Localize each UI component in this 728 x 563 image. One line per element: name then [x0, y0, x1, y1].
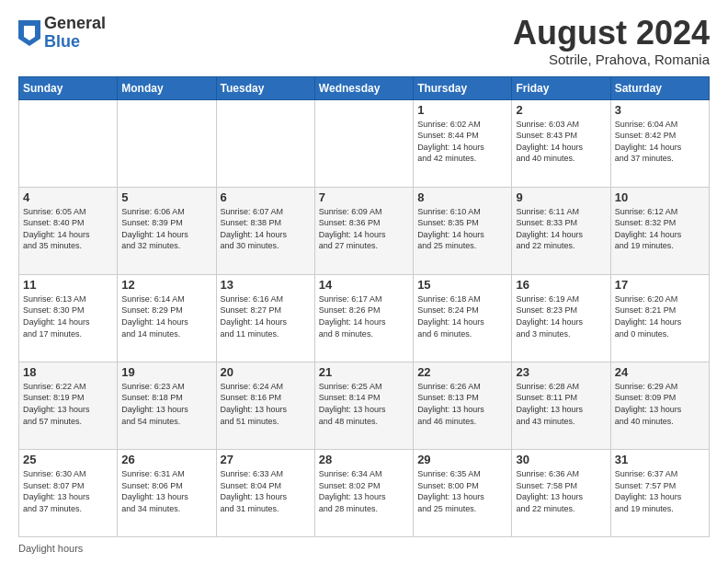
- calendar-cell: [314, 99, 413, 187]
- day-info: Sunrise: 6:18 AM Sunset: 8:24 PM Dayligh…: [417, 293, 507, 339]
- day-info: Sunrise: 6:10 AM Sunset: 8:35 PM Dayligh…: [417, 206, 507, 252]
- calendar-cell: 10Sunrise: 6:12 AM Sunset: 8:32 PM Dayli…: [610, 187, 709, 274]
- day-number: 28: [319, 453, 409, 466]
- weekday-wednesday: Wednesday: [314, 76, 413, 99]
- calendar-cell: 3Sunrise: 6:04 AM Sunset: 8:42 PM Daylig…: [610, 99, 709, 187]
- day-number: 22: [417, 365, 507, 379]
- weekday-thursday: Thursday: [414, 76, 512, 99]
- day-info: Sunrise: 6:28 AM Sunset: 8:11 PM Dayligh…: [516, 381, 606, 427]
- logo-blue: Blue: [44, 33, 106, 52]
- day-info: Sunrise: 6:09 AM Sunset: 8:36 PM Dayligh…: [319, 206, 409, 252]
- calendar-cell: 4Sunrise: 6:05 AM Sunset: 8:40 PM Daylig…: [19, 187, 118, 274]
- day-info: Sunrise: 6:13 AM Sunset: 8:30 PM Dayligh…: [23, 293, 113, 339]
- day-number: 6: [221, 190, 311, 204]
- day-number: 11: [23, 278, 113, 292]
- calendar: SundayMondayTuesdayWednesdayThursdayFrid…: [18, 76, 710, 537]
- day-number: 23: [516, 365, 606, 379]
- day-info: Sunrise: 6:36 AM Sunset: 7:58 PM Dayligh…: [516, 468, 606, 514]
- calendar-cell: 23Sunrise: 6:28 AM Sunset: 8:11 PM Dayli…: [512, 362, 610, 449]
- day-info: Sunrise: 6:03 AM Sunset: 8:43 PM Dayligh…: [516, 119, 606, 165]
- calendar-cell: [19, 99, 118, 187]
- day-info: Sunrise: 6:26 AM Sunset: 8:13 PM Dayligh…: [417, 381, 507, 427]
- day-number: 3: [615, 103, 705, 117]
- day-number: 31: [615, 453, 705, 466]
- calendar-cell: 17Sunrise: 6:20 AM Sunset: 8:21 PM Dayli…: [610, 274, 709, 362]
- day-number: 9: [516, 190, 606, 204]
- day-info: Sunrise: 6:25 AM Sunset: 8:14 PM Dayligh…: [319, 381, 409, 427]
- day-info: Sunrise: 6:14 AM Sunset: 8:29 PM Dayligh…: [121, 293, 211, 339]
- day-number: 19: [121, 365, 211, 379]
- day-number: 8: [417, 190, 507, 204]
- day-info: Sunrise: 6:30 AM Sunset: 8:07 PM Dayligh…: [23, 468, 113, 514]
- calendar-cell: 30Sunrise: 6:36 AM Sunset: 7:58 PM Dayli…: [512, 449, 610, 536]
- week-row-1: 1Sunrise: 6:02 AM Sunset: 8:44 PM Daylig…: [19, 99, 710, 187]
- weekday-monday: Monday: [118, 76, 216, 99]
- day-number: 21: [319, 365, 409, 379]
- calendar-cell: 15Sunrise: 6:18 AM Sunset: 8:24 PM Dayli…: [414, 274, 512, 362]
- calendar-cell: 11Sunrise: 6:13 AM Sunset: 8:30 PM Dayli…: [19, 274, 118, 362]
- footer: Daylight hours: [18, 543, 710, 554]
- day-info: Sunrise: 6:22 AM Sunset: 8:19 PM Dayligh…: [23, 381, 113, 427]
- calendar-cell: 22Sunrise: 6:26 AM Sunset: 8:13 PM Dayli…: [414, 362, 512, 449]
- calendar-cell: 19Sunrise: 6:23 AM Sunset: 8:18 PM Dayli…: [118, 362, 216, 449]
- calendar-cell: 20Sunrise: 6:24 AM Sunset: 8:16 PM Dayli…: [216, 362, 314, 449]
- logo-icon: [18, 20, 40, 46]
- day-number: 29: [417, 453, 507, 466]
- calendar-cell: 21Sunrise: 6:25 AM Sunset: 8:14 PM Dayli…: [314, 362, 413, 449]
- day-info: Sunrise: 6:23 AM Sunset: 8:18 PM Dayligh…: [121, 381, 211, 427]
- day-info: Sunrise: 6:19 AM Sunset: 8:23 PM Dayligh…: [516, 293, 606, 339]
- calendar-cell: 12Sunrise: 6:14 AM Sunset: 8:29 PM Dayli…: [118, 274, 216, 362]
- daylight-label: Daylight hours: [18, 543, 83, 554]
- logo: General Blue: [18, 15, 106, 52]
- day-info: Sunrise: 6:04 AM Sunset: 8:42 PM Dayligh…: [615, 119, 705, 165]
- day-number: 10: [615, 190, 705, 204]
- day-info: Sunrise: 6:29 AM Sunset: 8:09 PM Dayligh…: [615, 381, 705, 427]
- calendar-cell: 7Sunrise: 6:09 AM Sunset: 8:36 PM Daylig…: [314, 187, 413, 274]
- day-number: 5: [121, 190, 211, 204]
- header: General Blue August 2024 Sotrile, Prahov…: [18, 15, 710, 67]
- day-info: Sunrise: 6:11 AM Sunset: 8:33 PM Dayligh…: [516, 206, 606, 252]
- day-info: Sunrise: 6:17 AM Sunset: 8:26 PM Dayligh…: [319, 293, 409, 339]
- day-info: Sunrise: 6:35 AM Sunset: 8:00 PM Dayligh…: [417, 468, 507, 514]
- day-number: 4: [23, 190, 113, 204]
- calendar-cell: 26Sunrise: 6:31 AM Sunset: 8:06 PM Dayli…: [118, 449, 216, 536]
- day-info: Sunrise: 6:12 AM Sunset: 8:32 PM Dayligh…: [615, 206, 705, 252]
- day-number: 25: [23, 453, 113, 466]
- day-number: 13: [221, 278, 311, 292]
- calendar-cell: 5Sunrise: 6:06 AM Sunset: 8:39 PM Daylig…: [118, 187, 216, 274]
- day-number: 7: [319, 190, 409, 204]
- day-info: Sunrise: 6:31 AM Sunset: 8:06 PM Dayligh…: [121, 468, 211, 514]
- day-info: Sunrise: 6:33 AM Sunset: 8:04 PM Dayligh…: [221, 468, 311, 514]
- day-info: Sunrise: 6:07 AM Sunset: 8:38 PM Dayligh…: [221, 206, 311, 252]
- day-number: 26: [121, 453, 211, 466]
- weekday-header-row: SundayMondayTuesdayWednesdayThursdayFrid…: [19, 76, 710, 99]
- logo-general: General: [44, 15, 106, 33]
- day-number: 14: [319, 278, 409, 292]
- day-info: Sunrise: 6:34 AM Sunset: 8:02 PM Dayligh…: [319, 468, 409, 514]
- subtitle: Sotrile, Prahova, Romania: [513, 52, 710, 67]
- calendar-cell: 29Sunrise: 6:35 AM Sunset: 8:00 PM Dayli…: [414, 449, 512, 536]
- day-info: Sunrise: 6:16 AM Sunset: 8:27 PM Dayligh…: [221, 293, 311, 339]
- calendar-cell: 25Sunrise: 6:30 AM Sunset: 8:07 PM Dayli…: [19, 449, 118, 536]
- calendar-cell: 16Sunrise: 6:19 AM Sunset: 8:23 PM Dayli…: [512, 274, 610, 362]
- day-info: Sunrise: 6:24 AM Sunset: 8:16 PM Dayligh…: [221, 381, 311, 427]
- weekday-tuesday: Tuesday: [216, 76, 314, 99]
- calendar-cell: [118, 99, 216, 187]
- day-info: Sunrise: 6:37 AM Sunset: 7:57 PM Dayligh…: [615, 468, 705, 514]
- weekday-friday: Friday: [512, 76, 610, 99]
- weekday-sunday: Sunday: [19, 76, 118, 99]
- day-number: 12: [121, 278, 211, 292]
- week-row-2: 4Sunrise: 6:05 AM Sunset: 8:40 PM Daylig…: [19, 187, 710, 274]
- day-number: 20: [221, 365, 311, 379]
- main-title: August 2024: [513, 15, 710, 52]
- day-number: 2: [516, 103, 606, 117]
- day-number: 17: [615, 278, 705, 292]
- day-info: Sunrise: 6:06 AM Sunset: 8:39 PM Dayligh…: [121, 206, 211, 252]
- week-row-3: 11Sunrise: 6:13 AM Sunset: 8:30 PM Dayli…: [19, 274, 710, 362]
- calendar-cell: [216, 99, 314, 187]
- calendar-cell: 18Sunrise: 6:22 AM Sunset: 8:19 PM Dayli…: [19, 362, 118, 449]
- calendar-cell: 13Sunrise: 6:16 AM Sunset: 8:27 PM Dayli…: [216, 274, 314, 362]
- page: General Blue August 2024 Sotrile, Prahov…: [0, 0, 728, 563]
- calendar-cell: 24Sunrise: 6:29 AM Sunset: 8:09 PM Dayli…: [610, 362, 709, 449]
- logo-text: General Blue: [44, 15, 106, 52]
